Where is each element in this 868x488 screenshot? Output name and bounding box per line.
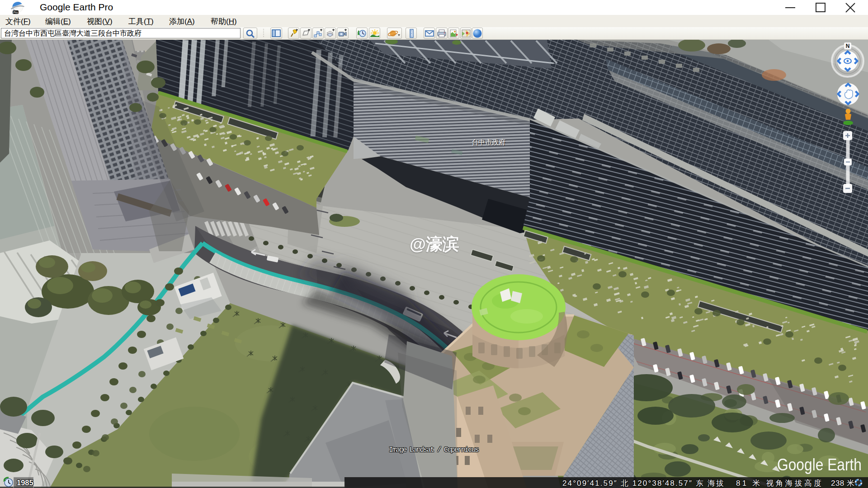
svg-text:238 米: 238 米 <box>831 479 854 488</box>
svg-text:1985: 1985 <box>17 479 33 487</box>
svg-text:Image Landsat / Copernicus: Image Landsat / Copernicus <box>389 446 479 454</box>
svg-text:81 米 视角海拔高度: 81 米 视角海拔高度 <box>736 479 821 488</box>
svg-text:Google Earth: Google Earth <box>777 455 862 474</box>
svg-text:Pro: Pro <box>13 11 18 14</box>
svg-text:台中市政府: 台中市政府 <box>472 138 505 146</box>
svg-text:@濠滨: @濠滨 <box>410 235 459 253</box>
svg-text:N: N <box>846 43 850 49</box>
